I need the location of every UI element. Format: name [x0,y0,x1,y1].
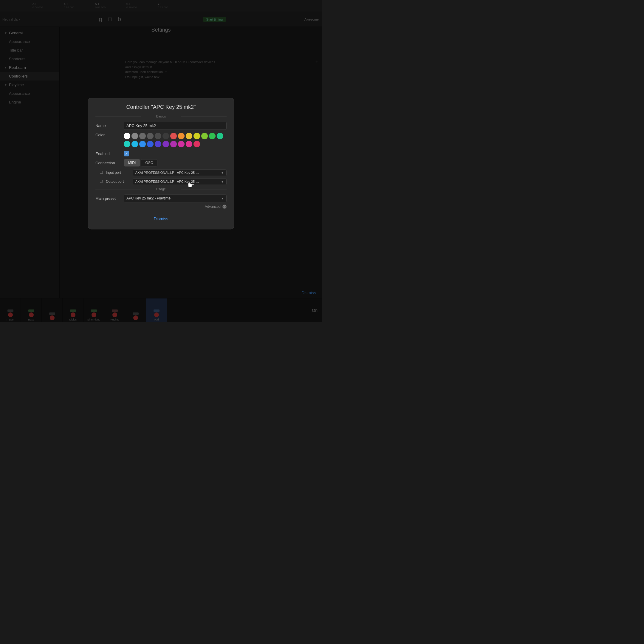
swatch-purple2[interactable] [170,141,177,147]
tab-midi[interactable]: MIDI [124,159,140,166]
swatch-gray4[interactable] [155,133,161,139]
name-row: Name [95,122,227,130]
output-port-dropdown[interactable]: AKAI PROFESSIONAL,LP - APC Key 25 mk2 ▼ [133,178,227,185]
main-preset-dropdown[interactable]: APC Key 25 mk2 - Playtime ▼ [124,194,227,202]
swatch-gray5[interactable] [162,133,169,139]
swatch-gray3[interactable] [147,133,154,139]
usage-section-label: Usage [95,187,227,191]
swatch-red[interactable] [170,133,177,139]
swatch-blue1[interactable] [139,141,146,147]
swatch-green[interactable] [209,133,216,139]
swatch-teal[interactable] [124,141,130,147]
advanced-label: Advanced [205,205,221,209]
color-label: Color [95,133,124,137]
input-port-value: AKAI PROFESSIONAL,LP - APC Key 25 mk2 - [135,171,201,174]
dropdown-arrow-preset: ▼ [221,197,224,200]
swatch-cyan[interactable] [131,141,138,147]
swatch-lime[interactable] [201,133,208,139]
input-port-dropdown[interactable]: AKAI PROFESSIONAL,LP - APC Key 25 mk2 - … [133,169,227,176]
swatch-pink2[interactable] [186,141,192,147]
connection-tabs: MIDI OSC [124,159,157,166]
name-label: Name [95,123,124,128]
swatch-white[interactable] [124,133,130,139]
modal-title: Controller "APC Key 25 mk2" [95,104,227,110]
enabled-checkbox[interactable]: ✓ [124,151,129,156]
controller-modal: Controller "APC Key 25 mk2" Basics Name … [88,98,234,229]
input-port-label: Input port [106,171,133,175]
dropdown-arrow-icon-output: ▼ [221,180,224,183]
dropdown-arrow-icon: ▼ [221,171,224,174]
swatch-blue2[interactable] [147,141,154,147]
output-port-value: AKAI PROFESSIONAL,LP - APC Key 25 mk2 [135,180,201,183]
basics-section-label: Basics [95,114,227,118]
swatch-gray2[interactable] [139,133,146,139]
swatch-indigo[interactable] [155,141,161,147]
swatch-gray1[interactable] [131,133,138,139]
swatch-pink1[interactable] [178,141,185,147]
color-row: Color [95,133,227,147]
advanced-info-icon[interactable]: ⓘ [222,205,227,209]
input-port-row: ⇄ Input port AKAI PROFESSIONAL,LP - APC … [95,169,227,176]
enabled-row: Enabled ✓ [95,151,227,156]
usage-section: Usage Main preset APC Key 25 mk2 - Playt… [95,187,227,209]
swatch-yellow1[interactable] [186,133,192,139]
swatch-yellow2[interactable] [193,133,200,139]
swatch-teal-green[interactable] [217,133,223,139]
swatch-pink3[interactable] [193,141,200,147]
color-swatches-row1 [124,133,227,139]
connection-label: Connection [95,161,124,165]
enabled-label: Enabled [95,151,124,156]
color-swatches-row2 [124,141,227,147]
arrows-icon: ⇄ [100,171,103,175]
name-input[interactable] [124,122,227,130]
arrows-icon-output: ⇄ [100,179,103,184]
tab-osc[interactable]: OSC [141,159,157,166]
checkmark-icon: ✓ [125,152,128,156]
swatch-purple1[interactable] [162,141,169,147]
dismiss-button[interactable]: Dismiss [148,215,174,223]
main-preset-value: APC Key 25 mk2 - Playtime [126,196,171,200]
connection-row: Connection MIDI OSC [95,159,227,166]
advanced-row: Advanced ⓘ [95,205,227,209]
output-port-row: ⇄ Output port AKAI PROFESSIONAL,LP - APC… [95,178,227,185]
main-preset-row: Main preset APC Key 25 mk2 - Playtime ▼ [95,194,227,202]
swatch-orange[interactable] [178,133,185,139]
main-preset-label: Main preset [95,196,124,201]
output-port-label: Output port [106,179,133,184]
